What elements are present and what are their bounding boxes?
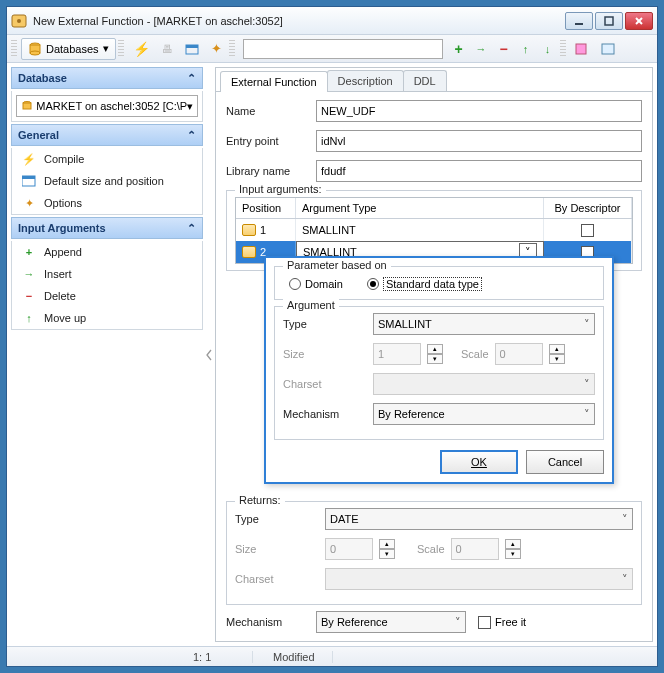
radio-label: Standard data type <box>383 277 482 291</box>
name-input[interactable] <box>316 100 642 122</box>
returns-scale-label: Scale <box>417 543 445 555</box>
radio-domain[interactable]: Domain <box>289 277 343 291</box>
tab-bar: External Function Description DDL <box>216 68 652 92</box>
svg-rect-10 <box>186 45 198 48</box>
menu-options[interactable]: ✦Options <box>12 192 202 214</box>
menu-move-up[interactable]: ↑Move up <box>12 307 202 329</box>
returns-charset-combo: ˅ <box>325 568 633 590</box>
tab-ddl[interactable]: DDL <box>403 70 447 91</box>
returns-type-label: Type <box>235 513 325 525</box>
svg-rect-3 <box>605 17 613 25</box>
grid-header-descriptor[interactable]: By Descriptor <box>544 198 632 218</box>
dropdown-icon: ˅ <box>584 408 590 421</box>
menu-delete[interactable]: −Delete <box>12 285 202 307</box>
menu-compile[interactable]: ⚡Compile <box>12 148 202 170</box>
freeit-checkbox[interactable] <box>478 616 491 629</box>
entry-input[interactable] <box>316 130 642 152</box>
popup-size-input <box>373 343 421 365</box>
splitter[interactable] <box>205 67 213 642</box>
print-button[interactable]: 🖶 <box>157 38 178 60</box>
argument-legend: Argument <box>283 299 339 311</box>
grid-header-position[interactable]: Position <box>236 198 296 218</box>
dropdown-icon: ▾ <box>187 100 193 113</box>
freeit-label: Free it <box>495 616 526 628</box>
menu-item-label: Compile <box>44 153 84 165</box>
databases-dropdown[interactable]: Databases ▾ <box>21 38 116 60</box>
combo-value: SMALLINT <box>378 318 432 330</box>
button-label: OK <box>471 456 487 468</box>
down-button[interactable]: ↓ <box>538 38 558 60</box>
arrow-up-icon: ↑ <box>22 311 36 325</box>
status-bar: 1: 1 Modified <box>7 646 657 666</box>
status-modified: Modified <box>273 651 333 663</box>
grid-row[interactable]: 1 SMALLINT <box>236 219 632 241</box>
grid-header-type[interactable]: Argument Type <box>296 198 544 218</box>
lightning-icon: ⚡ <box>22 152 36 166</box>
returns-type-combo[interactable]: DATE˅ <box>325 508 633 530</box>
scale-spinner: ▴▾ <box>505 539 521 559</box>
returns-charset-label: Charset <box>235 573 325 585</box>
maximize-button[interactable] <box>595 12 623 30</box>
minimize-button[interactable] <box>565 12 593 30</box>
default-size-button[interactable] <box>180 38 204 60</box>
toolbar-grip <box>229 40 235 58</box>
popup-charset-combo: ˅ <box>373 373 595 395</box>
ok-button[interactable]: OK <box>440 450 518 474</box>
input-args-header-label: Input Arguments <box>18 222 106 234</box>
minus-icon: − <box>22 289 36 303</box>
window-icon <box>22 174 36 188</box>
menu-item-label: Options <box>44 197 82 209</box>
cancel-button[interactable]: Cancel <box>526 450 604 474</box>
by-desc-checkbox[interactable] <box>581 224 594 237</box>
plus-icon: + <box>22 245 36 259</box>
popup-mechanism-combo[interactable]: By Reference˅ <box>373 403 595 425</box>
general-panel-header[interactable]: General ⌃ <box>11 124 203 146</box>
ext-tool-2[interactable] <box>596 38 620 60</box>
options-button[interactable]: ✦ <box>206 38 227 60</box>
library-input[interactable] <box>316 160 642 182</box>
tab-description[interactable]: Description <box>327 70 404 91</box>
database-selector[interactable]: MARKET on aschel:3052 [C:\Pro ▾ <box>16 95 198 117</box>
up-button[interactable]: ↑ <box>516 38 536 60</box>
title-bar: New External Function - [MARKET on asche… <box>7 7 657 35</box>
popup-type-combo[interactable]: SMALLINT˅ <box>373 313 595 335</box>
close-button[interactable] <box>625 12 653 30</box>
remove-button[interactable]: − <box>494 38 514 60</box>
menu-item-label: Move up <box>44 312 86 324</box>
library-label: Library name <box>226 165 316 177</box>
combo-value: By Reference <box>378 408 445 420</box>
svg-rect-12 <box>602 44 614 54</box>
returns-mechanism-combo[interactable]: By Reference˅ <box>316 611 466 633</box>
menu-append[interactable]: +Append <box>12 241 202 263</box>
menu-insert[interactable]: →Insert <box>12 263 202 285</box>
toolbar-grip <box>118 40 124 58</box>
next-button[interactable]: → <box>471 38 492 60</box>
popup-charset-label: Charset <box>283 378 373 390</box>
radio-standard[interactable]: Standard data type <box>367 277 482 291</box>
popup-size-label: Size <box>283 348 373 360</box>
navigation-combo[interactable] <box>243 39 443 59</box>
collapse-icon: ⌃ <box>187 222 196 235</box>
add-button[interactable]: + <box>449 38 469 60</box>
databases-label: Databases <box>46 43 99 55</box>
dropdown-icon: ˅ <box>622 573 628 586</box>
combo-value: DATE <box>330 513 359 525</box>
arg-icon <box>242 224 256 236</box>
arrow-right-icon: → <box>22 267 36 281</box>
svg-rect-11 <box>576 44 586 54</box>
svg-point-8 <box>30 51 40 55</box>
app-window: New External Function - [MARKET on asche… <box>6 6 658 667</box>
toolbar-grip <box>11 40 17 58</box>
radio-label: Domain <box>305 278 343 290</box>
general-header-label: General <box>18 129 59 141</box>
input-args-panel-header[interactable]: Input Arguments ⌃ <box>11 217 203 239</box>
gear-icon: ✦ <box>22 196 36 210</box>
ext-tool-1[interactable] <box>570 38 594 60</box>
popup-scale-input <box>495 343 543 365</box>
tab-external-function[interactable]: External Function <box>220 71 328 92</box>
compile-button[interactable]: ⚡ <box>128 38 155 60</box>
menu-default-size[interactable]: Default size and position <box>12 170 202 192</box>
database-panel-header[interactable]: Database ⌃ <box>11 67 203 89</box>
returns-size-input <box>325 538 373 560</box>
status-position: 1: 1 <box>193 651 253 663</box>
